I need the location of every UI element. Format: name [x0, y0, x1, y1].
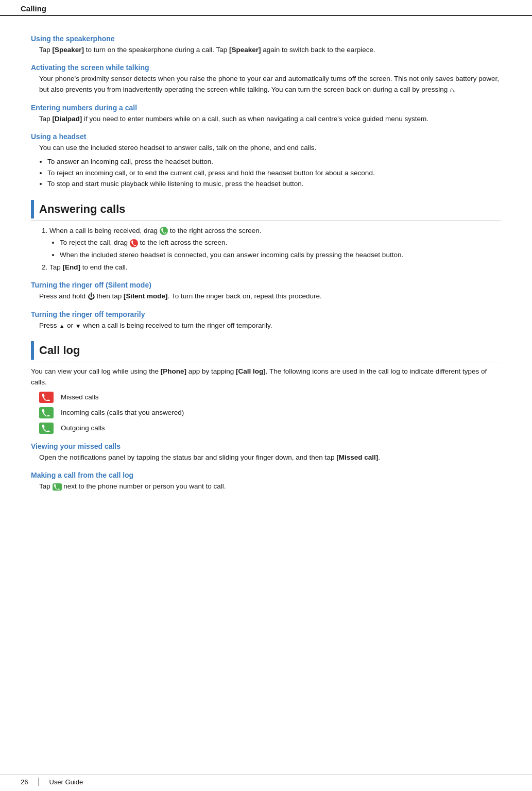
volume-up-icon: ▲ [59, 322, 65, 331]
call-log-title: Call log [39, 344, 80, 357]
page-title: Calling [21, 4, 46, 13]
call-log-major-section: Call log [31, 341, 501, 362]
turning-temp-heading: Turning the ringer off temporarily [31, 310, 501, 318]
end-bold: [End] [63, 263, 81, 271]
speakerphone-section: Using the speakerphone Tap [Speaker] to … [31, 35, 501, 55]
turning-off-heading: Turning the ringer off (Silent mode) [31, 281, 501, 289]
answering-calls-major-section: Answering calls [31, 200, 501, 221]
section-bar-icon [31, 200, 34, 218]
power-icon: ⏻ [88, 291, 95, 302]
main-content: Using the speakerphone Tap [Speaker] to … [0, 16, 532, 505]
silent-mode-bold: [Silent mode] [124, 292, 168, 300]
answering-steps: When a call is being received, drag to t… [31, 225, 501, 273]
calllog-bold: [Call log] [236, 367, 266, 375]
incoming-calls-label: Incoming calls (calls that you answered) [61, 409, 184, 416]
making-call-heading: Making a call from the call log [31, 471, 501, 479]
activating-screen-body: Your phone's proximity sensor detects wh… [31, 74, 501, 95]
headset-heading: Using a headset [31, 132, 501, 141]
speakerphone-body: Tap [Speaker] to turn on the speakerphon… [31, 45, 501, 55]
turning-off-body: Press and hold ⏻ then tap [Silent mode].… [31, 291, 501, 302]
incoming-calls-row: Incoming calls (calls that you answered) [39, 407, 501, 418]
outgoing-calls-icon [39, 423, 54, 434]
green-call-icon [160, 227, 170, 234]
list-item: To reject an incoming call, or to end th… [47, 167, 501, 179]
speaker-bold1: [Speaker] [53, 46, 84, 54]
answering-calls-content: When a call is being received, drag to t… [31, 225, 501, 331]
list-item: To answer an incoming call, press the he… [47, 156, 501, 167]
phone-bold: [Phone] [161, 367, 186, 375]
call-log-tap-icon [53, 482, 64, 490]
turning-temp-body: Press ▲ or ▼ when a call is being receiv… [31, 321, 501, 331]
incoming-calls-icon [39, 407, 54, 418]
page-number: 26 [21, 778, 28, 786]
list-item: Tap [End] to end the call. [49, 262, 501, 273]
outgoing-calls-row: Outgoing calls [39, 423, 501, 434]
list-item: To reject the call, drag to the left acr… [60, 237, 501, 248]
step1-subbullets: To reject the call, drag to the left acr… [49, 237, 501, 260]
viewing-missed-heading: Viewing your missed calls [31, 442, 501, 450]
entering-numbers-section: Entering numbers during a call Tap [Dial… [31, 104, 501, 124]
section-bar-icon-calllog [31, 341, 34, 360]
activating-screen-heading: Activating the screen while talking [31, 63, 501, 72]
speaker-bold2: [Speaker] [229, 46, 261, 54]
making-call-body: Tap next to the phone number or person y… [31, 481, 501, 492]
call-log-body: You can view your call log while using t… [31, 366, 501, 388]
dialpad-bold: [Dialpad] [53, 115, 82, 123]
call-log-content: You can view your call log while using t… [31, 366, 501, 492]
list-item: To stop and start music playback while l… [47, 178, 501, 190]
activating-screen-section: Activating the screen while talking Your… [31, 63, 501, 95]
headset-bullets: To answer an incoming call, press the he… [31, 156, 501, 190]
red-call-icon [130, 239, 140, 246]
outgoing-calls-label: Outgoing calls [61, 424, 105, 432]
missed-call-bold: [Missed call] [336, 453, 378, 461]
speakerphone-heading: Using the speakerphone [31, 35, 501, 43]
home-icon: ⌂ [450, 85, 454, 95]
missed-calls-row: Missed calls [39, 392, 501, 403]
answering-calls-title: Answering calls [39, 203, 126, 216]
list-item: When the included stereo headset is conn… [60, 249, 501, 261]
missed-calls-icon [39, 392, 54, 403]
list-item: When a call is being received, drag to t… [49, 225, 501, 261]
headset-intro: You can use the included stereo headset … [31, 143, 501, 153]
page-header: Calling [0, 0, 532, 16]
footer-divider [38, 778, 39, 786]
entering-numbers-body: Tap [Dialpad] if you need to enter numbe… [31, 114, 501, 124]
volume-down-icon: ▼ [75, 322, 81, 331]
viewing-missed-body: Open the notifications panel by tapping … [31, 452, 501, 463]
entering-numbers-heading: Entering numbers during a call [31, 104, 501, 112]
headset-section: Using a headset You can use the included… [31, 132, 501, 190]
missed-calls-label: Missed calls [61, 393, 99, 401]
page-footer: 26 User Guide [0, 774, 532, 786]
footer-label: User Guide [49, 778, 83, 786]
